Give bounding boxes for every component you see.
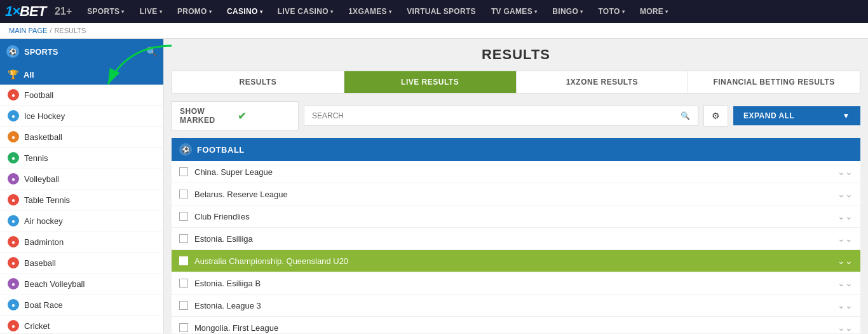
breadcrumb-home[interactable]: MAIN PAGE (9, 27, 47, 34)
league-name: Estonia. Esiliiga (194, 234, 831, 244)
nav-promo[interactable]: PROMO▾ (171, 0, 218, 23)
cricket-icon: ● (8, 320, 19, 331)
nav-more[interactable]: MORE▾ (634, 0, 675, 23)
expand-icon[interactable]: ⌄⌄ (837, 278, 853, 288)
sidebar-label: SPORTS (24, 47, 141, 57)
sidebar-item-basketball[interactable]: ● Basketball (0, 127, 163, 148)
expand-all-button[interactable]: EXPAND ALL ▼ (733, 106, 860, 125)
tab-1xzone-results[interactable]: 1XZONE RESULTS (517, 71, 689, 93)
nav-tv-games[interactable]: TV GAMES▾ (485, 0, 543, 23)
sidebar-item-label: Football (24, 90, 53, 100)
filter-row: SHOW MARKED ✔ 🔍 ⚙ EXPAND ALL ▼ (172, 101, 860, 130)
expand-icon[interactable]: ⌄⌄ (837, 211, 853, 221)
breadcrumb-separator: / (50, 27, 51, 34)
sidebar-item-tennis[interactable]: ● Tennis (0, 148, 163, 169)
show-marked-label: SHOW MARKED (180, 107, 233, 125)
league-checkbox[interactable] (179, 279, 188, 288)
nav-live-casino[interactable]: LIVE CASINO▾ (271, 0, 339, 23)
logo[interactable]: 1×BET (5, 3, 46, 20)
tab-financial-betting[interactable]: FINANCIAL BETTING RESULTS (688, 71, 860, 93)
expand-icon[interactable]: ⌄⌄ (837, 167, 853, 177)
main-content: RESULTS RESULTS LIVE RESULTS 1XZONE RESU… (164, 39, 868, 333)
results-tabs: RESULTS LIVE RESULTS 1XZONE RESULTS FINA… (172, 71, 860, 94)
sidebar-item-air-hockey[interactable]: ● Air hockey (0, 211, 163, 232)
league-name: Belarus. Reserve League (194, 190, 831, 199)
nav-bingo[interactable]: BINGO▾ (546, 0, 589, 23)
boat-race-icon: ● (8, 299, 19, 310)
tab-live-results[interactable]: LIVE RESULTS (344, 71, 517, 93)
league-row[interactable]: Club Friendlies ⌄⌄ (172, 205, 860, 228)
basketball-icon: ● (8, 131, 19, 143)
league-checkbox[interactable] (179, 323, 188, 332)
breadcrumb-current: RESULTS (54, 27, 86, 34)
sidebar-item-badminton[interactable]: ● Badminton (0, 232, 163, 253)
main-layout: ⚽ SPORTS 🔍 🏆 All ● Football ● Ice Hockey… (0, 39, 868, 333)
nav-live[interactable]: LIVE▾ (133, 0, 168, 23)
league-checkbox[interactable] (179, 167, 188, 176)
sidebar-item-label: Tennis (24, 153, 48, 163)
sidebar-item-label: Baseball (24, 258, 56, 268)
sidebar-all-item[interactable]: 🏆 All (0, 64, 163, 85)
expand-icon[interactable]: ⌄⌄ (837, 189, 853, 199)
breadcrumb: MAIN PAGE / RESULTS (0, 23, 868, 39)
nav-toto[interactable]: TOTO▾ (592, 0, 630, 23)
league-row[interactable]: Estonia. Esiliiga B ⌄⌄ (172, 272, 860, 295)
sidebar-item-cricket[interactable]: ● Cricket (0, 316, 163, 333)
sidebar-item-beach-volleyball[interactable]: ● Beach Volleyball (0, 274, 163, 295)
expand-icon[interactable]: ⌄⌄ (837, 300, 853, 310)
expand-icon[interactable]: ⌄⌄ (837, 256, 853, 266)
football-icon: ● (8, 89, 19, 101)
tennis-icon: ● (8, 152, 19, 164)
expand-all-label: EXPAND ALL (743, 111, 794, 120)
nav-virtual-sports[interactable]: VIRTUAL SPORTS (400, 0, 482, 23)
league-checkbox[interactable] (179, 234, 188, 243)
age-restriction: 21+ (55, 6, 72, 17)
air-hockey-icon: ● (8, 215, 19, 226)
league-checkbox[interactable] (179, 301, 188, 310)
sidebar-sport-icon: ⚽ (6, 45, 19, 58)
league-name: Estonia. Esiliiga B (194, 279, 831, 288)
league-row-highlighted[interactable]: Australia Championship. Queensland U20 ⌄… (172, 250, 860, 272)
page-title: RESULTS (172, 46, 860, 63)
nav-sports[interactable]: SPORTS▾ (81, 0, 130, 23)
settings-button[interactable]: ⚙ (703, 105, 728, 127)
sidebar-item-boat-race[interactable]: ● Boat Race (0, 295, 163, 316)
league-checkbox[interactable] (179, 212, 188, 221)
sidebar-search-bar: ⚽ SPORTS 🔍 (0, 39, 163, 64)
badminton-icon: ● (8, 236, 19, 247)
search-input[interactable] (312, 111, 675, 120)
sidebar-item-label: Boat Race (24, 300, 63, 310)
sidebar-item-football[interactable]: ● Football (0, 85, 163, 106)
sidebar-item-table-tennis[interactable]: ● Table Tennis (0, 190, 163, 211)
search-icon: 🔍 (681, 111, 690, 120)
league-row[interactable]: Mongolia. First League ⌄⌄ (172, 317, 860, 333)
sidebar-item-baseball[interactable]: ● Baseball (0, 253, 163, 274)
nav-casino[interactable]: CASINO▾ (220, 0, 269, 23)
league-row[interactable]: Estonia. Esiliiga ⌄⌄ (172, 228, 860, 250)
search-icon[interactable]: 🔍 (146, 46, 157, 57)
sidebar-item-label: Volleyball (24, 174, 59, 184)
tab-results[interactable]: RESULTS (172, 71, 344, 93)
league-checkbox[interactable] (179, 190, 188, 198)
nav-1xgames[interactable]: 1XGAMES▾ (342, 0, 398, 23)
expand-icon[interactable]: ⌄⌄ (837, 323, 853, 333)
league-name: China. Super League (194, 167, 831, 177)
league-row[interactable]: China. Super League ⌄⌄ (172, 161, 860, 183)
football-section-header: ⚽ FOOTBALL (172, 138, 860, 161)
sidebar-item-label: Ice Hockey (24, 111, 65, 121)
trophy-icon: 🏆 (8, 69, 18, 80)
table-tennis-icon: ● (8, 194, 19, 205)
league-row[interactable]: Belarus. Reserve League ⌄⌄ (172, 183, 860, 205)
sidebar-item-volleyball[interactable]: ● Volleyball (0, 169, 163, 190)
sidebar-item-ice-hockey[interactable]: ● Ice Hockey (0, 106, 163, 127)
search-box[interactable]: 🔍 (304, 106, 698, 126)
league-row[interactable]: Estonia. League 3 ⌄⌄ (172, 295, 860, 317)
football-section: ⚽ FOOTBALL China. Super League ⌄⌄ Belaru… (172, 138, 860, 333)
show-marked-dropdown[interactable]: SHOW MARKED ✔ (172, 101, 299, 130)
expand-icon[interactable]: ⌄⌄ (837, 233, 853, 244)
sidebar: ⚽ SPORTS 🔍 🏆 All ● Football ● Ice Hockey… (0, 39, 164, 333)
volleyball-icon: ● (8, 173, 19, 184)
ice-hockey-icon: ● (8, 110, 19, 122)
league-checkbox[interactable] (179, 256, 188, 265)
sidebar-item-label: Beach Volleyball (24, 279, 85, 289)
